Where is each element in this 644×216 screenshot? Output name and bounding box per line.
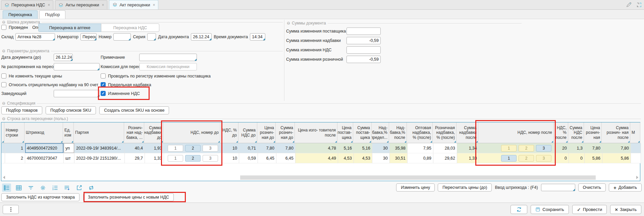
- fill-retail-prices-button[interactable]: Заполнить розничные цены с новым НДС: [83, 193, 174, 201]
- cell[interactable]: 7,95: [408, 143, 433, 153]
- cell[interactable]: 29,7: [125, 153, 145, 163]
- cell[interactable]: 1,33: [457, 153, 479, 163]
- save-button[interactable]: Сохранить: [531, 205, 569, 214]
- horizontal-scrollbar-thumb[interactable]: [240, 175, 596, 180]
- vat-number-button-1[interactable]: 1: [168, 155, 183, 162]
- vat-number-button-3[interactable]: 3: [203, 145, 218, 152]
- cell[interactable]: 0: [554, 153, 569, 163]
- doc-date-field[interactable]: 26.12.24: [191, 33, 212, 41]
- cell[interactable]: 30: [372, 143, 390, 153]
- vat-number-button-1[interactable]: 1: [501, 145, 517, 152]
- more-options-button[interactable]: [3, 205, 19, 214]
- cell[interactable]: 10: [221, 143, 239, 153]
- pereschitat-ceny-button[interactable]: Пересчитать цены (до): [438, 183, 492, 192]
- close-button[interactable]: × Закрыть: [610, 205, 641, 214]
- vat-number-button-2[interactable]: 2: [519, 155, 534, 162]
- column-header-2[interactable]: Штрихкод: [24, 122, 63, 143]
- cell[interactable]: 123: [164, 153, 221, 163]
- vat-number-button-1[interactable]: 1: [168, 145, 183, 152]
- column-header-11[interactable]: Сумма рознич- ная до: [276, 122, 295, 143]
- manager-field[interactable]: [54, 90, 100, 97]
- podbor-tovarov-button[interactable]: Подбор товаров: [1, 106, 42, 114]
- cell[interactable]: 0: [569, 153, 585, 163]
- numbered-list-icon[interactable]: [50, 183, 59, 192]
- numerator-field[interactable]: Переоце: [80, 33, 97, 41]
- vat-number-button-1[interactable]: 1: [501, 155, 517, 162]
- cell[interactable]: 1,93: [145, 143, 164, 153]
- cell[interactable]: 1: [5, 143, 25, 153]
- cell[interactable]: 123: [479, 143, 554, 153]
- column-header-3[interactable]: Ед. изм: [63, 122, 74, 143]
- column-header-0[interactable]: [1, 122, 4, 143]
- vat-number-button-2[interactable]: 2: [519, 145, 534, 152]
- column-header-10[interactable]: Цена рознич- ная до: [257, 122, 276, 143]
- cell[interactable]: шт: [64, 153, 74, 163]
- cell[interactable]: 4,78: [296, 143, 338, 153]
- vat-number-button-2[interactable]: 2: [185, 145, 201, 152]
- tab-pereocenka-nds[interactable]: Переоценка НДС ×: [1, 0, 53, 9]
- collapse-icon[interactable]: ⊖: [2, 20, 5, 24]
- close-tab-icon[interactable]: ×: [48, 3, 50, 7]
- edit-pencil-icon[interactable]: [626, 1, 632, 8]
- column-header-15[interactable]: Над- бавка,% предел...: [372, 122, 389, 143]
- column-header-21[interactable]: НДС, % после: [554, 122, 568, 143]
- note-field[interactable]: [139, 54, 197, 61]
- cell[interactable]: 7,80: [585, 143, 602, 153]
- cell[interactable]: 5,16: [354, 143, 372, 153]
- commission-button[interactable]: Комиссия переоценки: [139, 63, 197, 70]
- cell[interactable]: 40,4: [125, 143, 145, 153]
- column-header-17[interactable]: Оптовая надбавка, % (после): [407, 122, 433, 143]
- close-tab-icon[interactable]: ×: [153, 3, 155, 7]
- vat-number-button-3[interactable]: 3: [536, 155, 551, 162]
- export-icon[interactable]: [74, 183, 84, 192]
- column-header-14[interactable]: Сумма постав- щика: [353, 122, 372, 143]
- cell[interactable]: 20: [554, 143, 569, 153]
- column-header-16[interactable]: Над- бавка,% после: [389, 122, 407, 143]
- cell[interactable]: 0,71: [239, 143, 258, 153]
- cell[interactable]: [631, 153, 641, 163]
- tab-pereocenka[interactable]: Переоценка: [3, 10, 38, 19]
- cell[interactable]: 7,80: [276, 143, 296, 153]
- dock-corners-icon[interactable]: [636, 2, 642, 8]
- add-list-icon[interactable]: [62, 183, 71, 192]
- column-header-12[interactable]: Цена изго- товителя после: [295, 122, 337, 143]
- column-header-13[interactable]: Цена постав- щика: [337, 122, 353, 143]
- cell[interactable]: 0,89: [408, 153, 433, 163]
- cell[interactable]: [1, 153, 5, 163]
- cell[interactable]: 5,86: [585, 153, 602, 163]
- filter-icon[interactable]: [26, 183, 35, 192]
- column-header-4[interactable]: Партия: [74, 122, 124, 143]
- nomer-field[interactable]: [113, 33, 131, 41]
- cell[interactable]: 1,34: [457, 143, 479, 153]
- cell[interactable]: 6,45: [258, 153, 276, 163]
- doc-time-field[interactable]: 14:34: [250, 33, 265, 41]
- grid-view-icon[interactable]: [14, 183, 23, 192]
- barcode-input[interactable]: [541, 184, 575, 191]
- seriya-field[interactable]: [147, 33, 156, 41]
- cell[interactable]: 123: [164, 143, 221, 153]
- column-header-6[interactable]: Сумма надбавки до: [144, 122, 163, 143]
- podbor-spiskov-sku-button[interactable]: Подбор списков SKU: [46, 106, 96, 114]
- cell[interactable]: 0,59: [239, 153, 258, 163]
- cell[interactable]: 30: [372, 153, 390, 163]
- vat-number-button-2[interactable]: 2: [185, 155, 201, 162]
- cell[interactable]: 30,51: [390, 153, 408, 163]
- table-row-2[interactable]: 24670000273047шт2022-09-23/ 2151280/...2…: [1, 153, 640, 163]
- cell[interactable]: 4670000273047: [25, 153, 64, 163]
- column-header-19[interactable]: Сумма надбавки после: [457, 122, 478, 143]
- scroll-left-arrow[interactable]: [3, 176, 5, 179]
- tab-akty-pereocenki[interactable]: Акты переоценки ×: [55, 0, 107, 9]
- cell[interactable]: 35,98: [390, 143, 408, 153]
- scroll-right-arrow[interactable]: [636, 176, 638, 179]
- date-before-field[interactable]: 26.12.24: [54, 54, 73, 61]
- close-tab-icon[interactable]: ×: [102, 3, 104, 7]
- cell[interactable]: 29,62: [433, 153, 457, 163]
- list-view-icon[interactable]: [2, 183, 11, 192]
- sklad-field[interactable]: Аптека №28: [15, 33, 55, 41]
- cell[interactable]: 4049500472920: [25, 143, 64, 153]
- collapse-icon[interactable]: ⊖: [287, 21, 290, 25]
- cell[interactable]: 4,49: [296, 153, 338, 163]
- sum-supplier-field[interactable]: [346, 28, 381, 35]
- cell[interactable]: 7,80: [258, 143, 276, 153]
- cell[interactable]: 2022-09-19/ 3483914/...: [74, 143, 125, 153]
